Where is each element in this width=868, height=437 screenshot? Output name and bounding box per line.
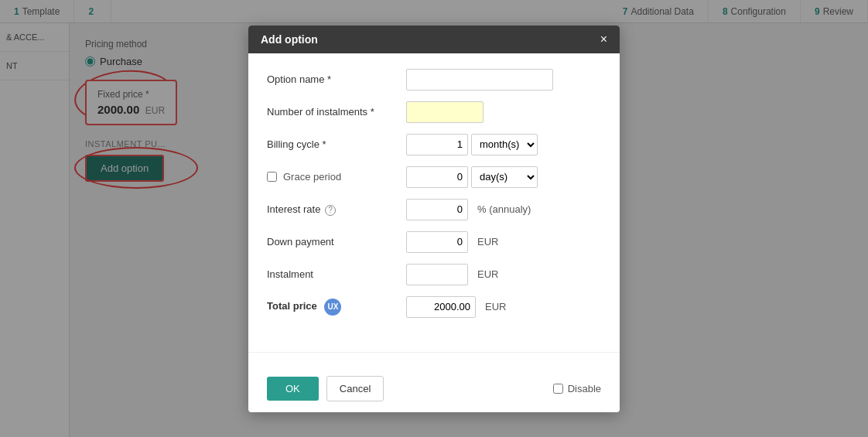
billing-cycle-input[interactable]	[406, 134, 468, 155]
down-payment-unit: EUR	[477, 236, 498, 248]
grace-period-check-group: Grace period	[267, 171, 406, 183]
billing-cycle-label: Billing cycle *	[267, 138, 406, 150]
modal-close-button[interactable]: ×	[600, 33, 607, 46]
instalment-unit: EUR	[477, 268, 498, 280]
grace-period-label-container: Grace period	[267, 171, 406, 183]
grace-period-select[interactable]: day(s) month(s)	[471, 166, 538, 188]
modal-overlay: Add option × Option name * Number of ins…	[0, 0, 868, 437]
add-option-modal: Add option × Option name * Number of ins…	[248, 26, 620, 412]
instalment-label: Instalment	[267, 268, 406, 280]
total-price-input[interactable]	[406, 296, 476, 318]
modal-divider	[248, 352, 620, 353]
grace-period-label: Grace period	[283, 171, 341, 183]
num-instalments-input[interactable]	[406, 101, 484, 123]
modal-header: Add option ×	[248, 26, 620, 53]
num-instalments-row: Number of instalments *	[267, 101, 601, 123]
total-price-unit: EUR	[485, 301, 506, 312]
cancel-button[interactable]: Cancel	[326, 376, 384, 401]
interest-rate-label-text: Interest rate	[267, 203, 320, 215]
down-payment-row: Down payment EUR	[267, 231, 601, 253]
ux-badge: UX	[324, 299, 341, 316]
grace-period-checkbox[interactable]	[267, 172, 277, 182]
billing-cycle-row: Billing cycle * month(s) day(s) year(s)	[267, 134, 601, 155]
num-instalments-label: Number of instalments *	[267, 106, 406, 118]
instalment-input[interactable]	[406, 264, 468, 285]
option-name-label: Option name *	[267, 73, 406, 85]
option-name-row: Option name *	[267, 69, 601, 90]
down-payment-label: Down payment	[267, 236, 406, 248]
interest-rate-label: Interest rate ?	[267, 203, 406, 216]
option-name-input[interactable]	[406, 69, 553, 90]
disable-checkbox[interactable]	[553, 384, 563, 394]
modal-footer: OK Cancel Disable	[248, 365, 620, 412]
interest-rate-row: Interest rate ? % (annualy)	[267, 199, 601, 220]
instalment-row: Instalment EUR	[267, 264, 601, 285]
down-payment-input[interactable]	[406, 231, 468, 253]
modal-body: Option name * Number of instalments * Bi…	[248, 53, 620, 344]
disable-group: Disable	[553, 383, 601, 394]
interest-rate-input[interactable]	[406, 199, 468, 220]
ok-button[interactable]: OK	[267, 377, 319, 401]
modal-title: Add option	[261, 33, 318, 46]
interest-rate-info-icon[interactable]: ?	[325, 205, 336, 216]
total-price-row: Total price UX EUR	[267, 296, 601, 318]
grace-period-row: Grace period day(s) month(s)	[267, 166, 601, 188]
total-price-label: Total price UX	[267, 299, 406, 316]
interest-rate-unit: % (annualy)	[477, 203, 531, 215]
billing-cycle-group: month(s) day(s) year(s)	[406, 134, 538, 155]
disable-label: Disable	[568, 383, 601, 394]
grace-period-group: day(s) month(s)	[406, 166, 538, 188]
billing-cycle-select[interactable]: month(s) day(s) year(s)	[471, 134, 538, 155]
grace-period-input[interactable]	[406, 166, 468, 188]
total-price-label-text: Total price	[267, 300, 317, 312]
